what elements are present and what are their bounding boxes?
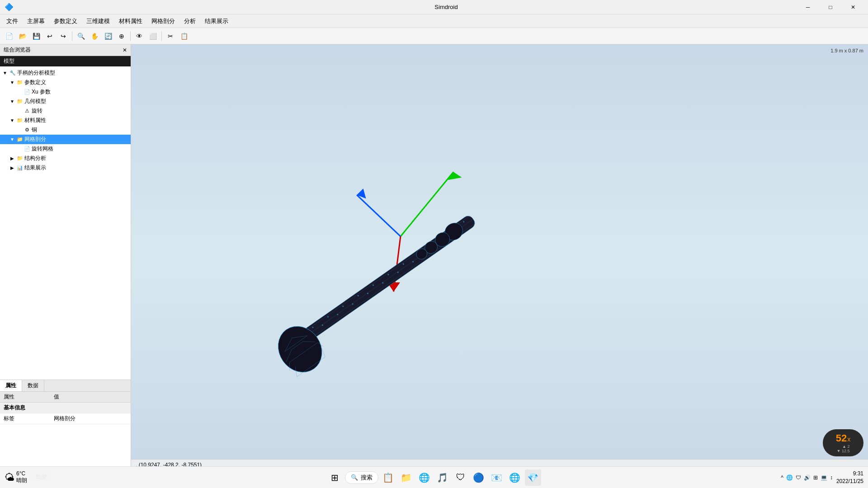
tree-item-params_xu[interactable]: 📄Xu 参数: [0, 87, 131, 97]
menu-item-3dmodel[interactable]: 三维建模: [82, 15, 114, 27]
menu-item-material[interactable]: 材料属性: [114, 15, 147, 27]
toolbar-btn-cut[interactable]: ✂: [164, 30, 177, 42]
props-tab-数据[interactable]: 数据: [22, 380, 44, 391]
menu-item-home[interactable]: 主屏幕: [23, 15, 49, 27]
tree-node-label: 铜: [32, 126, 37, 134]
start-button[interactable]: ⊞: [327, 469, 343, 486]
music-taskbar[interactable]: 🎵: [434, 469, 451, 486]
fps-value: 52: [836, 432, 847, 444]
props-section-header: 基本信息: [0, 403, 131, 413]
tree-node-label: 材料属性: [24, 117, 46, 124]
tree-item-params_def[interactable]: ▼📁参数定义: [0, 78, 131, 87]
fps-suffix: x: [847, 436, 850, 443]
minimize-button[interactable]: ─: [797, 0, 818, 14]
task-view-button[interactable]: 📋: [380, 469, 396, 486]
app-title: Simdroid: [95, 4, 797, 10]
window-controls: ─ □ ✕: [797, 0, 863, 14]
menu-item-file[interactable]: 文件: [2, 15, 23, 27]
tree-item-mesh[interactable]: ▼📁网格剖分: [0, 135, 131, 144]
menu-item-analysis[interactable]: 分析: [179, 15, 200, 27]
clock-date: 2022/11/25: [836, 478, 863, 485]
tree-node-icon: 📊: [16, 164, 24, 172]
toolbar-btn-view1[interactable]: 👁: [133, 30, 146, 42]
search-label: 搜索: [361, 474, 373, 482]
clock-time: 9:31: [836, 470, 863, 478]
tree-item-material[interactable]: ▼📁材料属性: [0, 116, 131, 125]
tree-expand-icon[interactable]: ▼: [9, 117, 15, 124]
props-tab-属性[interactable]: 属性: [0, 380, 22, 391]
weather-temp: 6°C: [16, 470, 25, 477]
systray-expand[interactable]: ^: [781, 474, 783, 481]
volume-icon: 🔊: [804, 474, 811, 481]
browser-edge-taskbar[interactable]: 🌐: [416, 469, 433, 486]
svg-line-0: [401, 172, 453, 237]
maximize-button[interactable]: □: [820, 0, 841, 14]
tree-item-revolve[interactable]: ⚠旋转: [0, 106, 131, 116]
tree-item-root[interactable]: ▼🔧手柄的分析模型: [0, 68, 131, 78]
tree-expand-icon[interactable]: ▶: [9, 155, 15, 162]
toolbar-btn-copy[interactable]: 📋: [178, 30, 190, 42]
perf-stats: ▲ 2 ▼ 12.5: [837, 444, 850, 453]
mail-taskbar[interactable]: 📧: [489, 469, 505, 486]
tree-expand-icon[interactable]: [16, 108, 23, 114]
menu-item-mesh[interactable]: 网格剖分: [147, 15, 179, 27]
tree-expand-icon[interactable]: [16, 89, 23, 95]
tree-node-icon: ⚙: [24, 127, 31, 134]
tree-expand-icon[interactable]: ▼: [9, 136, 15, 143]
tree-expand-icon[interactable]: [16, 127, 23, 133]
toolbar-btn-pan[interactable]: ✋: [88, 30, 101, 42]
search-icon: 🔍: [351, 474, 358, 481]
tree-panel[interactable]: ▼🔧手柄的分析模型▼📁参数定义📄Xu 参数▼📁几何模型⚠旋转▼📁材料属性⚙铜▼📁…: [0, 66, 131, 380]
toolbar-btn-save[interactable]: 💾: [30, 30, 42, 42]
properties-tabs: 属性数据: [0, 380, 131, 392]
properties-panel: 属性数据 属性 值 基本信息标签网格剖分: [0, 380, 131, 470]
taskbar-right: ^ 🌐 🛡 🔊 ⊞ 💻 ↕ 9:31 2022/11/25: [577, 470, 863, 485]
keyboard-icon: ⊞: [813, 474, 818, 481]
tree-item-rotate_mesh[interactable]: 📄旋转网格: [0, 144, 131, 154]
performance-widget: 52 x ▲ 2 ▼ 12.5: [823, 429, 863, 456]
panel-title: 组合浏览器: [4, 46, 31, 54]
tree-expand-icon[interactable]: ▶: [9, 165, 15, 171]
prop-col-header: 属性: [0, 392, 50, 403]
menu-item-results[interactable]: 结果展示: [200, 15, 233, 27]
tree-node-icon: 📁: [16, 117, 24, 124]
tree-expand-icon[interactable]: [16, 146, 23, 152]
tree-item-results_show[interactable]: ▶📊结果展示: [0, 163, 131, 173]
tree-node-label: 几何模型: [24, 98, 46, 105]
tree-node-icon: 📁: [16, 155, 24, 162]
battery-icon: 💻: [821, 474, 827, 481]
toolbar-btn-select[interactable]: ⊕: [115, 30, 128, 42]
left-panel: 组合浏览器 ✕ 模型 ▼🔧手柄的分析模型▼📁参数定义📄Xu 参数▼📁几何模型⚠旋…: [0, 44, 131, 470]
toolbar-separator: [72, 31, 72, 41]
tree-item-geo_model[interactable]: ▼📁几何模型: [0, 97, 131, 106]
viewport[interactable]: 1.9 m x 0.87 m 52 x ▲ 2 ▼ 12.5 . (10.924…: [131, 44, 868, 470]
search-button[interactable]: 🔍 搜索: [345, 471, 378, 484]
toolbar-btn-new[interactable]: 📄: [3, 30, 15, 42]
toolbar-btn-zoom[interactable]: 🔍: [75, 30, 87, 42]
tree-item-copper[interactable]: ⚙铜: [0, 125, 131, 135]
toolbar-btn-undo[interactable]: ↩: [43, 30, 56, 42]
file-explorer-taskbar[interactable]: 📁: [398, 469, 415, 486]
toolbar-btn-rotate[interactable]: 🔄: [102, 30, 114, 42]
tree-node-icon: ⚠: [24, 108, 31, 115]
menu-item-params[interactable]: 参数定义: [49, 15, 82, 27]
ie-taskbar[interactable]: 🌐: [507, 469, 523, 486]
value-col-header: 值: [50, 392, 131, 403]
taskbar-left: 🌤 6°C 晴朗: [5, 470, 291, 484]
toolbar-btn-redo[interactable]: ↪: [57, 30, 70, 42]
toolbar-btn-view2[interactable]: ⬜: [146, 30, 159, 42]
toolbar-btn-open[interactable]: 📂: [16, 30, 29, 42]
tree-expand-icon[interactable]: ▼: [2, 70, 8, 76]
tree-item-struct_analysis[interactable]: ▶📁结构分析: [0, 154, 131, 163]
simdroid-taskbar[interactable]: 💎: [525, 469, 541, 486]
close-button[interactable]: ✕: [843, 0, 863, 14]
tree-node-icon: 📁: [16, 79, 24, 86]
props-row: 标签网格剖分: [0, 413, 131, 424]
app1-taskbar[interactable]: 🔵: [471, 469, 487, 486]
tree-node-icon: 📄: [24, 89, 31, 96]
sync-icon: ↕: [830, 474, 833, 481]
security-taskbar[interactable]: 🛡: [453, 469, 469, 486]
panel-close-icon[interactable]: ✕: [123, 47, 127, 53]
tree-expand-icon[interactable]: ▼: [9, 80, 15, 86]
tree-expand-icon[interactable]: ▼: [9, 99, 15, 105]
